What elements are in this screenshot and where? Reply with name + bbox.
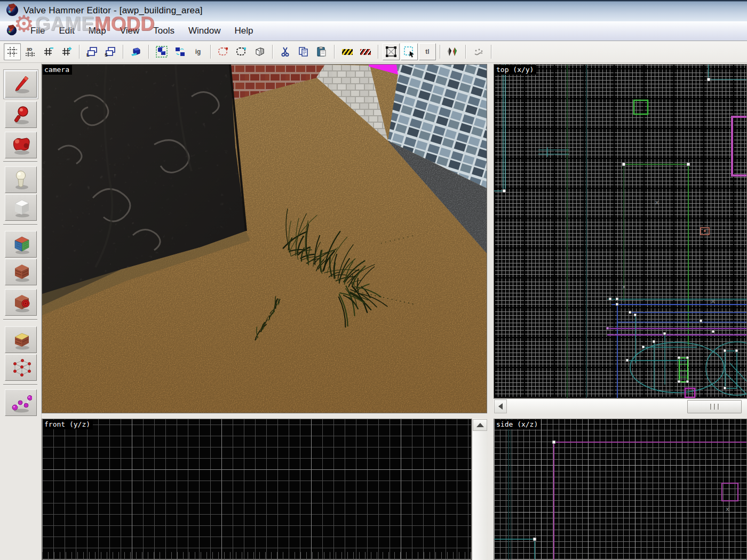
auto-select-icon	[403, 46, 415, 58]
apply-texture-tool-button[interactable]	[5, 259, 37, 285]
load-window-state-icon: L	[86, 46, 98, 57]
edit-cordon-bounds-button[interactable]	[215, 43, 232, 60]
hollow-cube-button[interactable]	[251, 43, 268, 60]
flip-objects-icon	[447, 46, 459, 57]
entity-tool-icon	[10, 170, 32, 190]
svg-text:L: L	[86, 52, 90, 57]
camera-tool-icon	[10, 135, 32, 155]
valve-hammer-editor-window: Valve Hammer Editor - [awp_building_area…	[0, 0, 747, 560]
svg-text:S: S	[105, 52, 108, 57]
scissors-icon	[280, 46, 291, 57]
scroll-left-button[interactable]	[494, 399, 507, 413]
thumb-grip-icon	[718, 404, 719, 410]
ignore-groups-icon: ig	[195, 48, 201, 55]
load-window-state-button[interactable]: L	[84, 43, 101, 60]
document-hammer-icon	[5, 23, 18, 38]
apply-decals-tool-icon	[10, 292, 32, 313]
menu-help[interactable]: Help	[227, 23, 260, 38]
vertex-manipulation-tool-button[interactable]	[5, 354, 37, 381]
group-icon	[156, 46, 168, 58]
magnify-tool-button[interactable]	[5, 101, 37, 128]
flip-objects-button[interactable]	[444, 43, 462, 60]
side-viewport-label: side (x/z)	[495, 420, 541, 429]
viewport-camera[interactable]: camera	[42, 64, 487, 413]
clipping-tool-button[interactable]	[5, 326, 37, 353]
selection-tool-icon	[10, 74, 32, 94]
apply-texture-tool-icon	[10, 262, 32, 282]
clipping-tool-icon	[10, 330, 32, 350]
run-map-button[interactable]	[470, 43, 487, 60]
block-tool-icon	[10, 197, 32, 218]
save-window-state-icon: S	[105, 46, 116, 57]
scroll-up-button[interactable]	[473, 419, 487, 431]
group-button[interactable]	[153, 43, 170, 60]
menubar: File Edit Map View Tools Window Help	[0, 21, 747, 41]
side-view-wireframe: x	[494, 419, 747, 560]
copy-button[interactable]	[295, 43, 312, 60]
toggle-3d-grid-button[interactable]: 3D	[22, 43, 39, 60]
cut-button[interactable]	[277, 43, 294, 60]
smaller-grid-button[interactable]	[40, 43, 57, 60]
camera-3d-scene	[42, 65, 487, 413]
toolbar-separator	[272, 45, 273, 59]
front-viewport-vscrollbar[interactable]	[472, 419, 488, 560]
select-handles-icon	[385, 46, 397, 58]
ungroup-button[interactable]	[171, 43, 188, 60]
path-tool-icon	[10, 393, 32, 413]
viewport-top[interactable]: x x x top (x	[494, 64, 747, 398]
magnify-tool-icon	[10, 105, 32, 125]
auto-selection-box-button[interactable]	[401, 43, 418, 60]
toolbar-separator	[378, 45, 379, 59]
apply-decals-tool-button[interactable]	[5, 289, 37, 316]
svg-text:x: x	[655, 199, 659, 206]
hide-selected-icon	[342, 49, 353, 55]
svg-text:3D: 3D	[27, 47, 32, 52]
block-tool-button[interactable]	[5, 194, 37, 221]
hscroll-thumb[interactable]	[687, 400, 742, 413]
menu-edit[interactable]: Edit	[52, 23, 81, 38]
toolbar-separator	[79, 45, 80, 59]
menu-view[interactable]: View	[113, 23, 147, 38]
texture-application-tool-icon	[10, 234, 32, 254]
hide-selected-button[interactable]	[339, 43, 356, 60]
menu-tools[interactable]: Tools	[146, 23, 181, 38]
viewport-side[interactable]: x side (x/z)	[494, 419, 747, 560]
menu-file[interactable]: File	[23, 23, 52, 38]
carve-button[interactable]	[128, 43, 145, 60]
path-tool-button[interactable]	[5, 389, 37, 416]
camera-tool-button[interactable]	[5, 132, 37, 158]
grid-plus-icon	[61, 46, 72, 57]
ignore-groups-button[interactable]: ig	[189, 43, 206, 60]
top-viewport-hscrollbar[interactable]	[494, 398, 747, 414]
texture-application-tool-button[interactable]	[5, 231, 37, 258]
entity-tool-button[interactable]	[5, 166, 37, 193]
top-view-wireframe: x x x	[494, 65, 747, 398]
cordon-edit-icon	[218, 46, 229, 57]
paste-button[interactable]	[313, 43, 330, 60]
save-window-state-button[interactable]: S	[102, 43, 119, 60]
toolbar-separator	[334, 45, 335, 59]
toolbar-separator	[440, 45, 441, 59]
carve-icon	[130, 46, 142, 57]
scroll-up-arrow-icon	[476, 423, 484, 427]
svg-text:x: x	[711, 298, 715, 305]
texture-lock-button[interactable]: tl	[419, 43, 436, 60]
titlebar[interactable]: Valve Hammer Editor - [awp_building_area…	[0, 0, 747, 21]
menu-map[interactable]: Map	[82, 23, 113, 38]
toolbar-separator	[210, 45, 211, 59]
selection-tool-button[interactable]	[5, 71, 37, 98]
viewport-front[interactable]: front (y/z)	[42, 419, 472, 560]
show-hidden-button[interactable]	[357, 43, 374, 60]
tool-palette	[0, 63, 42, 560]
toggle-cordon-button[interactable]	[233, 43, 250, 60]
ungroup-icon	[174, 46, 186, 58]
front-viewport-label: front (y/z)	[43, 420, 93, 429]
larger-grid-button[interactable]	[58, 43, 75, 60]
toggle-grid-button[interactable]	[4, 43, 21, 60]
toolbar: 3D L S ig	[0, 41, 747, 63]
cordon-toggle-icon	[236, 46, 248, 57]
svg-text:x: x	[726, 506, 729, 513]
select-by-handles-button[interactable]	[383, 43, 400, 60]
thumb-grip-icon	[714, 404, 716, 410]
menu-window[interactable]: Window	[181, 23, 227, 38]
